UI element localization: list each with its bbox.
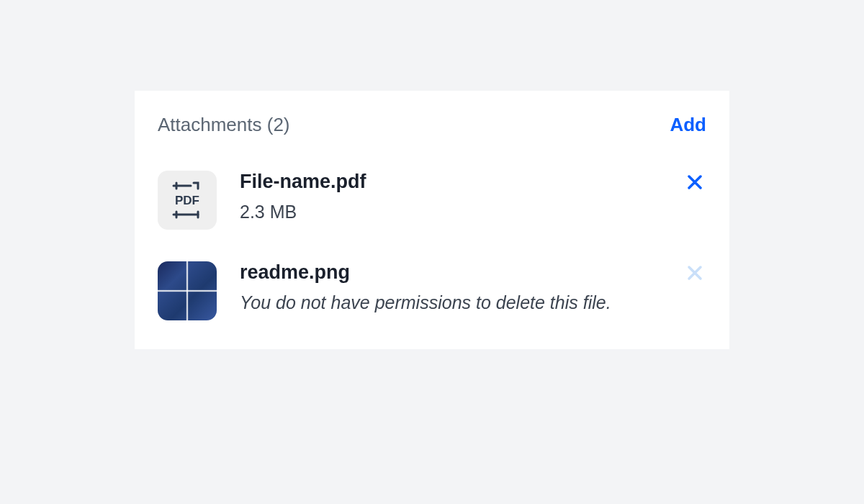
add-button[interactable]: Add	[670, 114, 706, 136]
file-info: File-name.pdf 2.3 MB	[240, 171, 660, 225]
file-name: File-name.pdf	[240, 171, 660, 193]
file-permission-message: You do not have permissions to delete th…	[240, 289, 614, 315]
file-row: readme.png You do not have permissions t…	[158, 261, 706, 320]
file-info: readme.png You do not have permissions t…	[240, 261, 660, 315]
file-type-icon-box: PDF	[158, 171, 217, 230]
pdf-icon: PDF	[172, 181, 202, 219]
delete-button-disabled	[683, 261, 706, 284]
close-icon	[686, 264, 703, 282]
file-size: 2.3 MB	[240, 199, 660, 225]
attachments-card: Attachments (2) Add PDF File-name.pdf 2.…	[135, 91, 729, 349]
attachments-title: Attachments (2)	[158, 114, 290, 136]
file-name: readme.png	[240, 261, 660, 284]
attachments-header: Attachments (2) Add	[158, 114, 706, 136]
svg-text:PDF: PDF	[175, 194, 199, 207]
image-thumbnail	[158, 261, 217, 320]
file-row: PDF File-name.pdf 2.3 MB	[158, 171, 706, 230]
delete-button[interactable]	[683, 171, 706, 194]
close-icon	[686, 174, 703, 191]
